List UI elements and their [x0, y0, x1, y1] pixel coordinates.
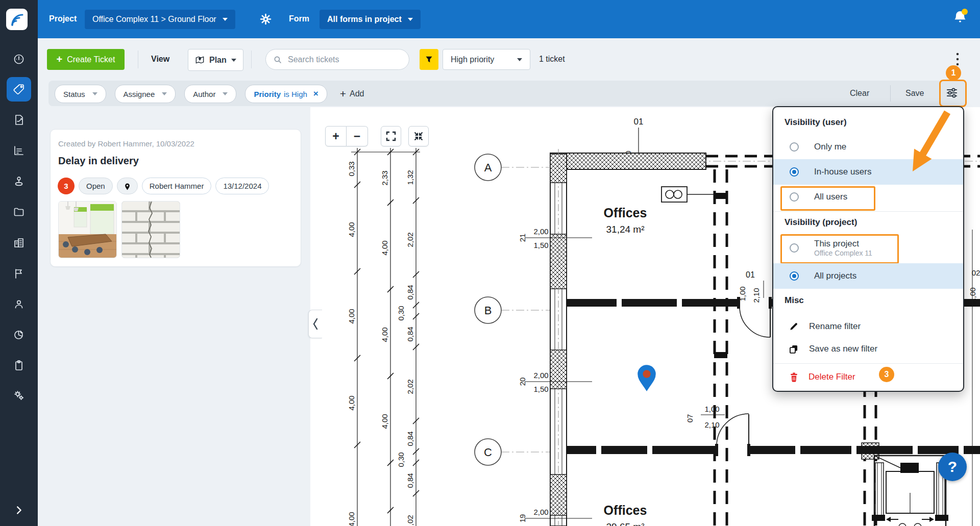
active-filter-condition: is High: [284, 90, 307, 98]
menu-section-misc: Misc: [785, 295, 804, 306]
chevron-down-icon: [223, 92, 228, 95]
plus-icon: +: [57, 54, 63, 65]
menu-item-rename-filter[interactable]: Rename filter: [773, 315, 963, 338]
collapse-panel-handle[interactable]: [308, 310, 322, 338]
filter-toggle-button[interactable]: [420, 49, 438, 70]
fit-view-button[interactable]: [408, 126, 429, 146]
sidebar-item-projects[interactable]: [7, 231, 31, 255]
filter-chip-author[interactable]: Author: [184, 85, 236, 103]
menu-option-all-users[interactable]: All users 2: [773, 185, 963, 209]
status-badge[interactable]: Open: [79, 178, 113, 194]
clear-filters-button[interactable]: Clear: [850, 89, 869, 98]
menu-item-save-as-new-filter[interactable]: Save as new filter: [773, 338, 963, 360]
svg-text:2,10: 2,10: [704, 420, 719, 429]
due-date-label: 13/12/2024: [223, 182, 261, 190]
ticket-photo-meeting-room[interactable]: [58, 201, 117, 258]
svg-text:0,30: 0,30: [397, 306, 405, 320]
trash-icon: [789, 372, 799, 383]
topbar: Project Office Complex 11 > Ground Floor…: [38, 0, 980, 38]
sidebar-expand-button[interactable]: [7, 498, 31, 522]
filter-bar: Status Assignee Author Priority is High …: [48, 81, 967, 106]
svg-text:2,02: 2,02: [406, 515, 414, 526]
zoom-in-button[interactable]: +: [325, 126, 347, 146]
location-badge[interactable]: [117, 178, 138, 194]
filter-chip-priority-active[interactable]: Priority is High ×: [245, 85, 327, 103]
project-selector-value: Office Complex 11 > Ground Floor: [92, 15, 216, 24]
remove-filter-icon[interactable]: ×: [313, 89, 318, 99]
sidebar-item-contacts[interactable]: [7, 292, 31, 316]
sidebar-item-tasks[interactable]: [7, 353, 31, 378]
ticket-card[interactable]: Created by Robert Hammer, 10/03/2022 Del…: [50, 129, 301, 267]
menu-option-only-me[interactable]: Only me: [773, 135, 963, 159]
view-mode-selector[interactable]: Plan: [188, 49, 243, 71]
due-date-badge[interactable]: 13/12/2024: [215, 178, 269, 194]
chevron-left-icon: [312, 317, 319, 331]
svg-text:1,50: 1,50: [533, 241, 548, 249]
meeting-room-photo: [59, 202, 116, 258]
notifications-button[interactable]: [952, 8, 968, 28]
divider: [773, 363, 963, 364]
svg-text:1,00: 1,00: [704, 405, 719, 413]
dashboard-gauge-icon: [13, 53, 25, 65]
chevron-down-icon: [231, 59, 236, 62]
sidebar-item-site-inspection[interactable]: [7, 169, 31, 193]
svg-text:1,00: 1,00: [738, 286, 747, 301]
priority-filter-selector[interactable]: High priority: [443, 49, 530, 70]
radio-unchecked-icon[interactable]: [790, 142, 799, 152]
sidebar-item-statistics[interactable]: [7, 322, 31, 347]
sidebar-item-forms[interactable]: [7, 108, 31, 132]
menu-option-in-house-users[interactable]: In-house users: [773, 159, 963, 185]
search-input[interactable]: [287, 55, 396, 65]
app-logo[interactable]: [6, 9, 28, 30]
radio-unchecked-icon[interactable]: [790, 243, 799, 253]
svg-text:B: B: [484, 304, 492, 317]
sidebar-item-dashboard[interactable]: [7, 47, 31, 71]
option-label: All projects: [814, 271, 856, 281]
svg-text:4,00: 4,00: [380, 240, 389, 255]
svg-text:4,00: 4,00: [347, 512, 356, 526]
menu-item-delete-filter[interactable]: Delete Filter: [773, 366, 963, 388]
form-label: Form: [289, 14, 309, 23]
map-icon: [195, 55, 205, 65]
sidebar-item-flags[interactable]: [7, 261, 31, 286]
filter-settings-button[interactable]: [943, 84, 961, 102]
sidebar-item-documents[interactable]: [7, 200, 31, 224]
filter-chip-assignee[interactable]: Assignee: [115, 85, 176, 103]
svg-text:29,65 m²: 29,65 m²: [606, 521, 645, 526]
menu-option-all-projects[interactable]: All projects: [773, 263, 963, 289]
help-button[interactable]: ?: [938, 453, 967, 481]
radio-unchecked-icon[interactable]: [790, 192, 799, 202]
create-ticket-button[interactable]: + Create Ticket: [47, 49, 125, 70]
sidebar-item-settings[interactable]: [7, 383, 31, 408]
divider: [251, 51, 252, 68]
save-filter-button[interactable]: Save: [905, 89, 924, 98]
zoom-out-button[interactable]: −: [347, 126, 368, 146]
sidebar-item-tickets[interactable]: [7, 77, 31, 102]
collapse-arrows-icon: [412, 130, 425, 142]
radio-checked-icon[interactable]: [790, 167, 799, 177]
fullscreen-button[interactable]: [381, 126, 401, 146]
svg-text:19: 19: [518, 514, 527, 523]
sidebar-item-reports[interactable]: [7, 138, 31, 163]
pencil-icon: [789, 321, 799, 332]
menu-option-this-project[interactable]: This project Office Complex 11 3: [773, 233, 963, 263]
plus-icon: +: [340, 88, 346, 100]
ticket-photo-cracked-wall[interactable]: [121, 201, 180, 258]
menu-item-label: Save as new filter: [809, 344, 877, 354]
report-chart-icon: [13, 144, 25, 157]
ticket-created-by: Created by Robert Hammer, 10/03/2022: [58, 139, 194, 148]
filter-chip-label: Author: [193, 90, 215, 98]
svg-text:0,84: 0,84: [406, 285, 414, 299]
add-filter-button[interactable]: + Add: [340, 88, 364, 100]
svg-text:07: 07: [685, 414, 694, 423]
assignee-badge[interactable]: Robert Hammer: [142, 178, 212, 194]
project-settings-button[interactable]: [259, 13, 272, 28]
buildings-icon: [13, 237, 25, 249]
svg-text:20: 20: [518, 378, 527, 386]
form-selector[interactable]: All forms in project: [320, 10, 421, 29]
radio-checked-icon[interactable]: [790, 271, 799, 281]
chevron-down-icon: [162, 92, 167, 95]
form-selector-value: All forms in project: [327, 15, 402, 24]
project-selector[interactable]: Office Complex 11 > Ground Floor: [85, 10, 235, 29]
filter-chip-status[interactable]: Status: [55, 85, 106, 103]
